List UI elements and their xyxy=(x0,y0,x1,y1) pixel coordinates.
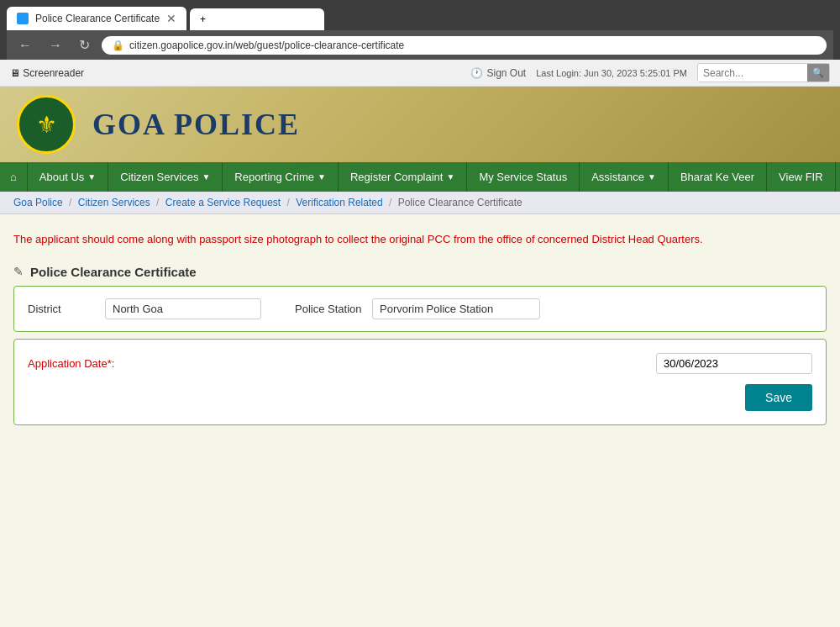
lock-icon: 🔒 xyxy=(112,40,124,51)
screenreader-icon: 🖥 xyxy=(10,67,20,79)
site-header: ⚜ GOA POLICE xyxy=(0,87,840,162)
forward-button[interactable]: → xyxy=(44,36,67,55)
app-date-row: Application Date*: xyxy=(28,353,812,374)
url-bar[interactable]: 🔒 citizen.goapolice.gov.in/web/guest/pol… xyxy=(102,36,827,55)
address-bar: ← → ↻ 🔒 citizen.goapolice.gov.in/web/gue… xyxy=(7,30,833,60)
save-button[interactable]: Save xyxy=(745,384,812,411)
site-title: GOA POLICE xyxy=(92,107,300,142)
refresh-button[interactable]: ↻ xyxy=(74,35,95,55)
search-box: 🔍 xyxy=(697,63,830,82)
back-button[interactable]: ← xyxy=(13,36,37,55)
application-date-card: Application Date*: Save xyxy=(13,339,827,425)
save-btn-row: Save xyxy=(28,384,812,411)
police-station-group: Police Station xyxy=(295,298,540,319)
breadcrumb-citizen-services[interactable]: Citizen Services xyxy=(78,197,150,208)
main-nav: ⌂ About Us ▼ Citizen Services ▼ Reportin… xyxy=(0,162,840,192)
section-header: ✎ Police Clearance Certificate xyxy=(13,265,827,279)
chevron-down-icon: ▼ xyxy=(318,172,326,182)
nav-item-reporting-crime[interactable]: Reporting Crime ▼ xyxy=(223,162,339,192)
chevron-down-icon: ▼ xyxy=(202,172,210,182)
screenreader-label[interactable]: Screenreader xyxy=(23,67,84,79)
browser-chrome: Police Clearance Certificate ✕ + ← → ↻ 🔒… xyxy=(0,0,840,60)
tab-close-button[interactable]: ✕ xyxy=(166,12,176,25)
breadcrumb-verification-related[interactable]: Verification Related xyxy=(296,197,382,208)
new-tab-button[interactable]: + xyxy=(190,8,324,30)
top-bar-right: 🕐 Sign Out Last Login: Jun 30, 2023 5:25… xyxy=(470,63,830,82)
nav-item-bharat-ke-veer[interactable]: Bharat Ke Veer xyxy=(669,162,767,192)
sign-out-button[interactable]: 🕐 Sign Out xyxy=(470,67,526,79)
search-input[interactable] xyxy=(698,65,807,82)
tab-favicon xyxy=(17,13,29,24)
chevron-down-icon: ▼ xyxy=(87,172,96,182)
district-police-station-card: District Police Station xyxy=(13,286,827,332)
police-station-label: Police Station xyxy=(295,303,362,315)
tab-title: Police Clearance Certificate xyxy=(35,13,160,24)
nav-item-citizen-services[interactable]: Citizen Services ▼ xyxy=(108,162,223,192)
breadcrumb-create-service-request[interactable]: Create a Service Request xyxy=(165,197,281,208)
district-label: District xyxy=(28,303,95,315)
nav-item-about-us[interactable]: About Us ▼ xyxy=(28,162,108,192)
edit-icon: ✎ xyxy=(13,265,24,278)
chevron-down-icon: ▼ xyxy=(648,172,656,182)
search-button[interactable]: 🔍 xyxy=(807,64,829,82)
last-login-text: Last Login: Jun 30, 2023 5:25:01 PM xyxy=(536,68,687,78)
breadcrumb-current-page: Police Clearance Certificate xyxy=(398,197,522,208)
nav-item-my-service-status[interactable]: My Service Status xyxy=(467,162,580,192)
site-logo: ⚜ xyxy=(17,95,76,154)
app-date-label: Application Date*: xyxy=(28,357,114,370)
clock-icon: 🕐 xyxy=(470,67,483,79)
app-date-input[interactable] xyxy=(656,353,812,374)
top-bar: 🖥 Screenreader 🕐 Sign Out Last Login: Ju… xyxy=(0,60,840,87)
nav-item-view-fir[interactable]: View FIR xyxy=(767,162,836,192)
breadcrumb: Goa Police / Citizen Services / Create a… xyxy=(0,192,840,214)
alert-text: The applicant should come along with pas… xyxy=(13,231,827,248)
chevron-down-icon: ▼ xyxy=(446,172,454,182)
main-content: The applicant should come along with pas… xyxy=(0,214,840,627)
nav-home-button[interactable]: ⌂ xyxy=(0,162,28,192)
screenreader-link[interactable]: 🖥 Screenreader xyxy=(10,67,84,79)
breadcrumb-goa-police[interactable]: Goa Police xyxy=(13,197,63,208)
district-input[interactable] xyxy=(105,298,261,319)
nav-item-assistance[interactable]: Assistance ▼ xyxy=(580,162,669,192)
url-text: citizen.goapolice.gov.in/web/guest/polic… xyxy=(129,40,404,51)
active-tab[interactable]: Police Clearance Certificate ✕ xyxy=(7,7,186,30)
police-station-input[interactable] xyxy=(372,298,540,319)
home-icon: ⌂ xyxy=(10,171,17,183)
district-police-station-row: District Police Station xyxy=(14,287,826,331)
section-title: Police Clearance Certificate xyxy=(30,265,197,279)
district-group: District xyxy=(28,298,261,319)
logo-emblem: ⚜ xyxy=(36,111,57,139)
pcc-form-section: ✎ Police Clearance Certificate District … xyxy=(13,265,827,425)
nav-item-user-profile[interactable]: User Profile xyxy=(836,162,840,192)
nav-item-register-complaint[interactable]: Register Complaint ▼ xyxy=(339,162,467,192)
